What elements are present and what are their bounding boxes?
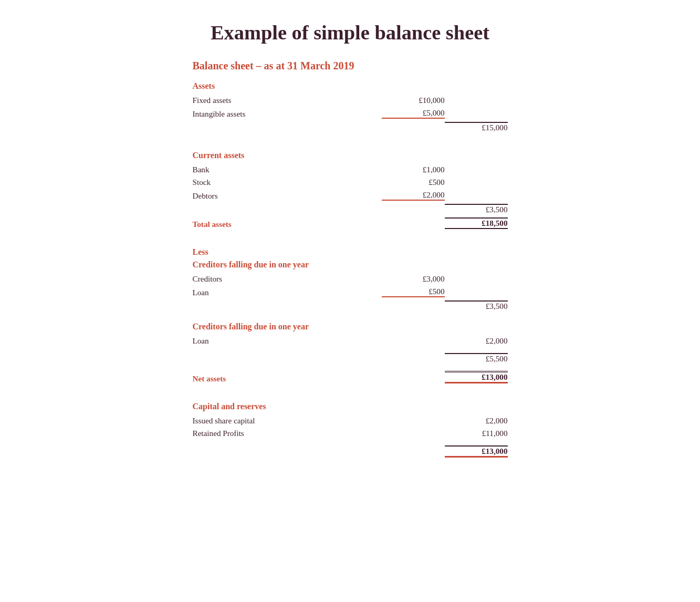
- less-header: Less: [193, 247, 508, 257]
- creditors-value: £3,000: [382, 274, 445, 284]
- bank-value: £1,000: [382, 165, 445, 174]
- retained-profits-value: £11,000: [445, 429, 508, 438]
- debtors-row: Debtors £2,000: [193, 189, 508, 202]
- creditors-subtotal-1-row: £3,500: [193, 299, 508, 313]
- assets-section-header: Assets: [193, 81, 508, 91]
- loan-1-value: £500: [382, 287, 445, 297]
- capital-header: Capital and reserves: [193, 402, 508, 411]
- fixed-assets-value: £10,000: [382, 96, 445, 105]
- current-assets-subtotal: £3,500: [445, 204, 508, 214]
- stock-value: £500: [382, 178, 445, 187]
- loan-1-label: Loan: [193, 288, 382, 297]
- debtors-value: £2,000: [382, 190, 445, 201]
- fixed-assets-row: Fixed assets £10,000: [193, 94, 508, 107]
- creditors-label: Creditors: [193, 274, 382, 284]
- balance-sheet: Balance sheet – as at 31 March 2019 Asse…: [193, 60, 508, 459]
- capital-total-row: £13,000: [193, 444, 508, 459]
- loan-1-row: Loan £500: [193, 285, 508, 299]
- net-assets-label: Net assets: [193, 374, 382, 383]
- fixed-assets-label: Fixed assets: [193, 96, 382, 105]
- current-assets-subtotal-row: £3,500: [193, 202, 508, 216]
- stock-row: Stock £500: [193, 176, 508, 189]
- intangible-assets-row: Intangible assets £5,000: [193, 107, 508, 120]
- loan-2-value: £2,000: [445, 336, 508, 346]
- sheet-title: Balance sheet – as at 31 March 2019: [193, 60, 508, 72]
- loan-2-row: Loan £2,000: [193, 335, 508, 347]
- total-assets-label: Total assets: [193, 220, 382, 229]
- issued-share-capital-value: £2,000: [445, 416, 508, 425]
- net-assets-row: Net assets £13,000: [193, 369, 508, 385]
- creditors-subtotal-1: £3,500: [445, 300, 508, 311]
- bank-row: Bank £1,000: [193, 163, 508, 176]
- page-title: Example of simple balance sheet: [211, 21, 489, 44]
- creditors-falling-2-header: Creditors falling due in one year: [193, 322, 508, 331]
- creditors-row: Creditors £3,000: [193, 273, 508, 285]
- fixed-assets-total: £15,000: [445, 122, 508, 132]
- retained-profits-label: Retained Profits: [193, 429, 382, 438]
- current-assets-header: Current assets: [193, 151, 508, 160]
- issued-share-capital-label: Issued share capital: [193, 416, 382, 425]
- total-assets-value: £18,500: [445, 217, 508, 229]
- page-container: Example of simple balance sheet Balance …: [114, 21, 587, 581]
- debtors-label: Debtors: [193, 191, 382, 201]
- creditors-falling-1-header: Creditors falling due in one year: [193, 260, 508, 269]
- fixed-assets-total-row: £15,000: [193, 120, 508, 134]
- intangible-assets-label: Intangible assets: [193, 109, 382, 119]
- total-creditors-row: £5,500: [193, 351, 508, 365]
- net-assets-value: £13,000: [445, 371, 508, 383]
- stock-label: Stock: [193, 178, 382, 187]
- loan-2-label: Loan: [193, 336, 382, 346]
- issued-share-capital-row: Issued share capital £2,000: [193, 414, 508, 427]
- total-creditors-value: £5,500: [445, 353, 508, 364]
- intangible-assets-value: £5,000: [382, 108, 445, 119]
- total-assets-row: Total assets £18,500: [193, 216, 508, 231]
- bank-label: Bank: [193, 165, 382, 174]
- retained-profits-row: Retained Profits £11,000: [193, 427, 508, 440]
- capital-total-value: £13,000: [445, 445, 508, 458]
